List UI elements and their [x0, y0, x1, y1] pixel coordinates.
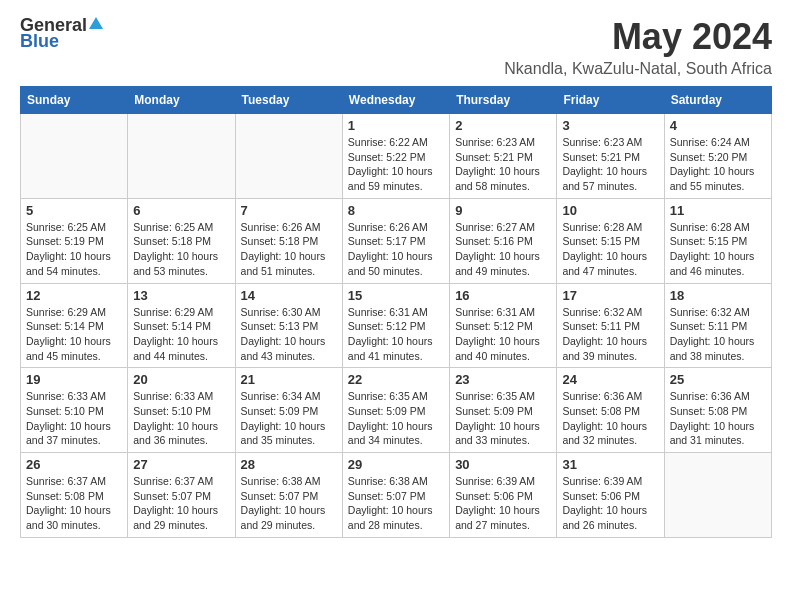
- day-number: 20: [133, 372, 229, 387]
- day-number: 31: [562, 457, 658, 472]
- calendar-day-cell: 7Sunrise: 6:26 AMSunset: 5:18 PMDaylight…: [235, 198, 342, 283]
- day-number: 5: [26, 203, 122, 218]
- calendar-day-cell: 28Sunrise: 6:38 AMSunset: 5:07 PMDayligh…: [235, 453, 342, 538]
- calendar-day-cell: 11Sunrise: 6:28 AMSunset: 5:15 PMDayligh…: [664, 198, 771, 283]
- day-info: Sunrise: 6:25 AMSunset: 5:18 PMDaylight:…: [133, 220, 229, 279]
- day-info: Sunrise: 6:32 AMSunset: 5:11 PMDaylight:…: [670, 305, 766, 364]
- day-number: 15: [348, 288, 444, 303]
- day-info: Sunrise: 6:29 AMSunset: 5:14 PMDaylight:…: [26, 305, 122, 364]
- calendar-day-cell: 22Sunrise: 6:35 AMSunset: 5:09 PMDayligh…: [342, 368, 449, 453]
- day-info: Sunrise: 6:35 AMSunset: 5:09 PMDaylight:…: [455, 389, 551, 448]
- day-info: Sunrise: 6:32 AMSunset: 5:11 PMDaylight:…: [562, 305, 658, 364]
- calendar-day-cell: [128, 114, 235, 199]
- location-title: Nkandla, KwaZulu-Natal, South Africa: [504, 60, 772, 78]
- day-number: 16: [455, 288, 551, 303]
- calendar-week-row: 1Sunrise: 6:22 AMSunset: 5:22 PMDaylight…: [21, 114, 772, 199]
- page-header: General Blue May 2024 Nkandla, KwaZulu-N…: [20, 16, 772, 78]
- day-info: Sunrise: 6:30 AMSunset: 5:13 PMDaylight:…: [241, 305, 337, 364]
- weekday-header-row: SundayMondayTuesdayWednesdayThursdayFrid…: [21, 87, 772, 114]
- logo-blue-text: Blue: [20, 32, 103, 50]
- calendar-day-cell: 18Sunrise: 6:32 AMSunset: 5:11 PMDayligh…: [664, 283, 771, 368]
- calendar-day-cell: 16Sunrise: 6:31 AMSunset: 5:12 PMDayligh…: [450, 283, 557, 368]
- day-number: 30: [455, 457, 551, 472]
- day-number: 4: [670, 118, 766, 133]
- calendar-day-cell: 19Sunrise: 6:33 AMSunset: 5:10 PMDayligh…: [21, 368, 128, 453]
- calendar-day-cell: 4Sunrise: 6:24 AMSunset: 5:20 PMDaylight…: [664, 114, 771, 199]
- day-info: Sunrise: 6:37 AMSunset: 5:08 PMDaylight:…: [26, 474, 122, 533]
- calendar-day-cell: 17Sunrise: 6:32 AMSunset: 5:11 PMDayligh…: [557, 283, 664, 368]
- day-info: Sunrise: 6:31 AMSunset: 5:12 PMDaylight:…: [348, 305, 444, 364]
- logo: General Blue: [20, 16, 103, 50]
- day-info: Sunrise: 6:39 AMSunset: 5:06 PMDaylight:…: [562, 474, 658, 533]
- calendar-day-cell: 9Sunrise: 6:27 AMSunset: 5:16 PMDaylight…: [450, 198, 557, 283]
- day-info: Sunrise: 6:23 AMSunset: 5:21 PMDaylight:…: [562, 135, 658, 194]
- day-number: 9: [455, 203, 551, 218]
- calendar-day-cell: [235, 114, 342, 199]
- day-info: Sunrise: 6:26 AMSunset: 5:18 PMDaylight:…: [241, 220, 337, 279]
- day-number: 11: [670, 203, 766, 218]
- calendar-day-cell: 29Sunrise: 6:38 AMSunset: 5:07 PMDayligh…: [342, 453, 449, 538]
- day-info: Sunrise: 6:34 AMSunset: 5:09 PMDaylight:…: [241, 389, 337, 448]
- day-info: Sunrise: 6:28 AMSunset: 5:15 PMDaylight:…: [670, 220, 766, 279]
- day-number: 6: [133, 203, 229, 218]
- day-number: 1: [348, 118, 444, 133]
- calendar-day-cell: 31Sunrise: 6:39 AMSunset: 5:06 PMDayligh…: [557, 453, 664, 538]
- calendar-day-cell: 14Sunrise: 6:30 AMSunset: 5:13 PMDayligh…: [235, 283, 342, 368]
- day-number: 18: [670, 288, 766, 303]
- calendar-day-cell: 3Sunrise: 6:23 AMSunset: 5:21 PMDaylight…: [557, 114, 664, 199]
- calendar-day-cell: 27Sunrise: 6:37 AMSunset: 5:07 PMDayligh…: [128, 453, 235, 538]
- weekday-header-cell: Friday: [557, 87, 664, 114]
- day-number: 14: [241, 288, 337, 303]
- calendar-day-cell: 30Sunrise: 6:39 AMSunset: 5:06 PMDayligh…: [450, 453, 557, 538]
- calendar-week-row: 5Sunrise: 6:25 AMSunset: 5:19 PMDaylight…: [21, 198, 772, 283]
- day-number: 25: [670, 372, 766, 387]
- day-info: Sunrise: 6:33 AMSunset: 5:10 PMDaylight:…: [133, 389, 229, 448]
- day-info: Sunrise: 6:31 AMSunset: 5:12 PMDaylight:…: [455, 305, 551, 364]
- weekday-header-cell: Tuesday: [235, 87, 342, 114]
- weekday-header-cell: Thursday: [450, 87, 557, 114]
- day-number: 2: [455, 118, 551, 133]
- day-info: Sunrise: 6:36 AMSunset: 5:08 PMDaylight:…: [562, 389, 658, 448]
- day-info: Sunrise: 6:38 AMSunset: 5:07 PMDaylight:…: [241, 474, 337, 533]
- day-number: 24: [562, 372, 658, 387]
- weekday-header-cell: Monday: [128, 87, 235, 114]
- day-number: 27: [133, 457, 229, 472]
- day-info: Sunrise: 6:29 AMSunset: 5:14 PMDaylight:…: [133, 305, 229, 364]
- calendar-day-cell: [21, 114, 128, 199]
- calendar-day-cell: 25Sunrise: 6:36 AMSunset: 5:08 PMDayligh…: [664, 368, 771, 453]
- day-number: 22: [348, 372, 444, 387]
- calendar-week-row: 19Sunrise: 6:33 AMSunset: 5:10 PMDayligh…: [21, 368, 772, 453]
- calendar-day-cell: 23Sunrise: 6:35 AMSunset: 5:09 PMDayligh…: [450, 368, 557, 453]
- day-number: 21: [241, 372, 337, 387]
- day-info: Sunrise: 6:37 AMSunset: 5:07 PMDaylight:…: [133, 474, 229, 533]
- calendar-day-cell: 20Sunrise: 6:33 AMSunset: 5:10 PMDayligh…: [128, 368, 235, 453]
- calendar-day-cell: 15Sunrise: 6:31 AMSunset: 5:12 PMDayligh…: [342, 283, 449, 368]
- month-title: May 2024: [504, 16, 772, 58]
- calendar-day-cell: 2Sunrise: 6:23 AMSunset: 5:21 PMDaylight…: [450, 114, 557, 199]
- weekday-header-cell: Sunday: [21, 87, 128, 114]
- day-number: 28: [241, 457, 337, 472]
- calendar-table: SundayMondayTuesdayWednesdayThursdayFrid…: [20, 86, 772, 538]
- calendar-body: 1Sunrise: 6:22 AMSunset: 5:22 PMDaylight…: [21, 114, 772, 538]
- title-area: May 2024 Nkandla, KwaZulu-Natal, South A…: [504, 16, 772, 78]
- day-number: 17: [562, 288, 658, 303]
- day-info: Sunrise: 6:24 AMSunset: 5:20 PMDaylight:…: [670, 135, 766, 194]
- day-number: 23: [455, 372, 551, 387]
- day-info: Sunrise: 6:38 AMSunset: 5:07 PMDaylight:…: [348, 474, 444, 533]
- calendar-day-cell: 26Sunrise: 6:37 AMSunset: 5:08 PMDayligh…: [21, 453, 128, 538]
- day-info: Sunrise: 6:27 AMSunset: 5:16 PMDaylight:…: [455, 220, 551, 279]
- calendar-week-row: 26Sunrise: 6:37 AMSunset: 5:08 PMDayligh…: [21, 453, 772, 538]
- day-info: Sunrise: 6:39 AMSunset: 5:06 PMDaylight:…: [455, 474, 551, 533]
- calendar-day-cell: 24Sunrise: 6:36 AMSunset: 5:08 PMDayligh…: [557, 368, 664, 453]
- day-info: Sunrise: 6:26 AMSunset: 5:17 PMDaylight:…: [348, 220, 444, 279]
- day-number: 8: [348, 203, 444, 218]
- calendar-day-cell: 8Sunrise: 6:26 AMSunset: 5:17 PMDaylight…: [342, 198, 449, 283]
- day-info: Sunrise: 6:33 AMSunset: 5:10 PMDaylight:…: [26, 389, 122, 448]
- day-info: Sunrise: 6:36 AMSunset: 5:08 PMDaylight:…: [670, 389, 766, 448]
- calendar-day-cell: 6Sunrise: 6:25 AMSunset: 5:18 PMDaylight…: [128, 198, 235, 283]
- weekday-header-cell: Saturday: [664, 87, 771, 114]
- day-info: Sunrise: 6:25 AMSunset: 5:19 PMDaylight:…: [26, 220, 122, 279]
- day-number: 29: [348, 457, 444, 472]
- day-info: Sunrise: 6:23 AMSunset: 5:21 PMDaylight:…: [455, 135, 551, 194]
- calendar-day-cell: 12Sunrise: 6:29 AMSunset: 5:14 PMDayligh…: [21, 283, 128, 368]
